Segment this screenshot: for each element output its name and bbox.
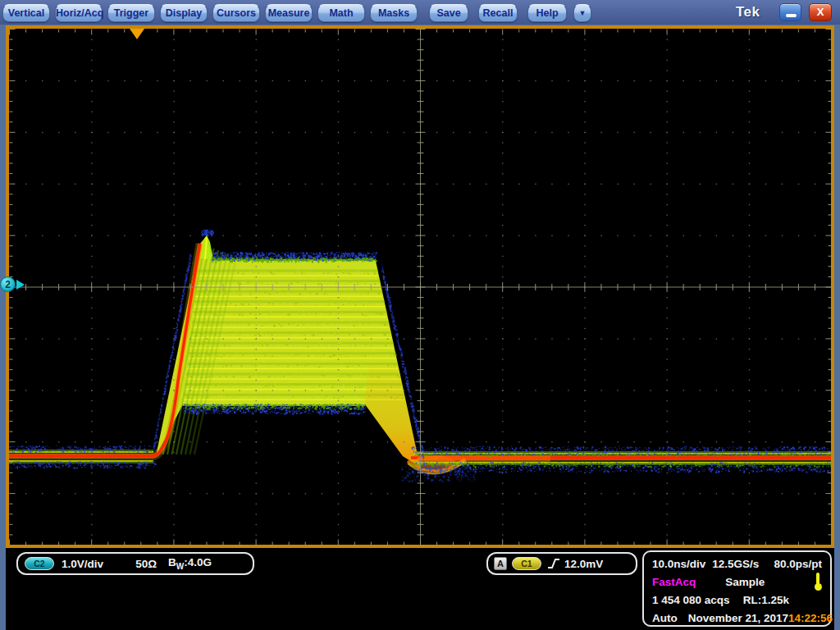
oscilloscope-screen: Vertical Horiz/Acq Trigger Display Curso… — [0, 0, 840, 630]
tek-logo: Tek — [736, 4, 760, 21]
acquisition-count: 1 454 080 acqs — [652, 594, 730, 606]
channel2-source-badge: C2 — [25, 557, 54, 570]
channel2-badge: 2 — [0, 276, 16, 292]
menu-measure[interactable]: Measure — [265, 4, 313, 22]
menu-display[interactable]: Display — [160, 4, 208, 22]
record-length: RL:1.25k — [743, 594, 789, 606]
resolution: 80.0ps/pt — [774, 558, 822, 570]
waveform-display-frame — [6, 25, 834, 548]
timebase: 10.0ns/div — [652, 558, 705, 570]
time-display: 14:22:56 — [788, 612, 833, 624]
waveform-canvas — [9, 29, 831, 545]
trigger-bus-badge: A — [494, 557, 507, 570]
menu-cursors[interactable]: Cursors — [212, 4, 260, 22]
menu-horiz-acq[interactable]: Horiz/Acq — [55, 4, 103, 22]
trigger-position-marker[interactable] — [130, 29, 144, 39]
status-bar: C2 1.0V/div 50Ω BW:4.0G A C1 12.0mV 10.0… — [6, 548, 834, 630]
thermometer-icon — [814, 573, 822, 591]
menu-recall[interactable]: Recall — [478, 4, 518, 22]
trigger-mode: Auto — [652, 612, 678, 624]
rising-slope-icon — [547, 557, 560, 570]
acquisition-readout[interactable]: 10.0ns/div 12.5GS/s 80.0ps/pt FastAcq Sa… — [642, 550, 832, 627]
close-button[interactable]: X — [809, 3, 832, 21]
channel2-scale: 1.0V/div — [62, 558, 103, 570]
minimize-icon — [786, 14, 797, 17]
fastacq-mode: FastAcq — [652, 576, 696, 588]
menu-math[interactable]: Math — [317, 4, 365, 22]
date-display: November 21, 2017 — [688, 612, 788, 624]
acquisition-mode: Sample — [725, 576, 765, 588]
channel2-readout[interactable]: C2 1.0V/div 50Ω BW:4.0G — [16, 552, 254, 575]
trigger-level: 12.0mV — [564, 558, 603, 570]
channel2-arrow-icon — [16, 280, 25, 290]
channel2-reference-marker[interactable]: 2 — [0, 276, 26, 293]
menu-help[interactable]: Help — [527, 4, 567, 22]
minimize-button[interactable] — [779, 3, 801, 21]
menu-trigger[interactable]: Trigger — [107, 4, 155, 22]
channel2-bandwidth: BW:4.0G — [168, 556, 212, 571]
trigger-readout[interactable]: A C1 12.0mV — [486, 552, 637, 575]
menu-bar: Vertical Horiz/Acq Trigger Display Curso… — [0, 0, 840, 25]
menu-vertical[interactable]: Vertical — [2, 4, 50, 22]
menu-save[interactable]: Save — [429, 4, 468, 22]
menu-masks[interactable]: Masks — [370, 4, 418, 22]
menu-overflow-arrow-icon[interactable]: ▼ — [573, 4, 591, 22]
sample-rate: 12.5GS/s — [712, 558, 759, 570]
trigger-source-badge: C1 — [512, 557, 541, 570]
channel2-impedance: 50Ω — [135, 558, 157, 570]
